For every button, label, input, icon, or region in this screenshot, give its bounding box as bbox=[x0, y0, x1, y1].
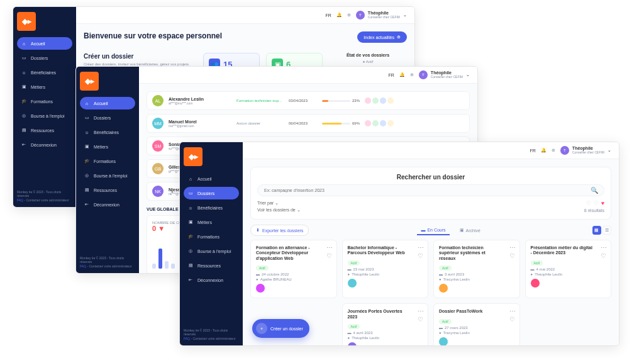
topbar: FR 🔔 ⊕ T ThéophileConseiller chez CEFIM … bbox=[139, 67, 477, 84]
sort-dropdown[interactable]: Trier par ⌄ bbox=[257, 201, 301, 206]
more-icon[interactable]: ⋯ bbox=[509, 244, 516, 251]
heart-icon[interactable]: ♡ bbox=[418, 316, 424, 323]
view-dropdown[interactable]: Voir les dossiers de ⌄ bbox=[257, 208, 301, 213]
logout-icon: ⇤ bbox=[21, 142, 27, 148]
nav-dossiers[interactable]: ▭Dossiers bbox=[80, 111, 135, 124]
bell-icon[interactable]: 🔔 bbox=[336, 13, 342, 18]
nav-ressources[interactable]: ▤Ressources bbox=[80, 184, 135, 196]
home-icon: ⌂ bbox=[21, 40, 27, 47]
person-cell: Manuel Morelma***@gmail.com bbox=[169, 120, 231, 128]
user-icon: ● bbox=[439, 277, 441, 281]
list-view-button[interactable]: ☰ bbox=[602, 226, 611, 235]
create-folder-title: Créer un dossier bbox=[84, 53, 197, 60]
globe-icon[interactable]: ⊕ bbox=[347, 13, 351, 18]
more-icon[interactable]: ⋯ bbox=[418, 244, 424, 251]
nav-metiers[interactable]: ▣Métiers bbox=[80, 140, 135, 153]
nav-beneficiaires[interactable]: ☺Bénéficiaires bbox=[80, 126, 135, 138]
avatar: MM bbox=[152, 118, 164, 129]
nav-accueil[interactable]: ⌂Accueil bbox=[17, 37, 72, 50]
dossier-cell: Formation technicien sup... bbox=[236, 99, 284, 103]
calendar-icon: ▬ bbox=[348, 331, 352, 335]
nav-beneficiaires[interactable]: ☺Bénéficiaires bbox=[184, 201, 239, 214]
table-row[interactable]: AL Alexandre Leslinal***@mo***.com Forma… bbox=[147, 91, 470, 110]
heart-icon[interactable]: ♡ bbox=[418, 252, 424, 259]
nav-bourse[interactable]: ◎Bourse à l'emploi bbox=[17, 109, 72, 122]
nav-formations[interactable]: 🎓Formations bbox=[17, 95, 72, 108]
folder-card[interactable]: ⋯♡ Journées Portes Ouvertes 2023 Actif ▬… bbox=[342, 303, 429, 345]
user-menu[interactable]: T ThéophileConseiller chez CEFIM ⌄ bbox=[356, 11, 407, 20]
grid-view-button[interactable]: ▦ bbox=[592, 226, 601, 235]
nav-deconnexion[interactable]: ⇤Déconnexion bbox=[80, 198, 135, 211]
folder-card[interactable]: ⋯♡ Formation en alternance - Concepteur … bbox=[250, 240, 337, 298]
nav-metiers[interactable]: ▣Métiers bbox=[17, 81, 72, 93]
lang-code[interactable]: FR bbox=[326, 13, 331, 18]
folder-card[interactable]: ⋯♡ Formation technicien supérieur systèm… bbox=[433, 240, 520, 298]
users-icon: ☺ bbox=[21, 69, 27, 76]
heart-icon[interactable]: ♡ bbox=[601, 252, 607, 259]
search-icon[interactable]: 🔍 bbox=[591, 187, 598, 194]
download-icon: ⬇ bbox=[256, 228, 260, 233]
nav-metiers[interactable]: ▣Métiers bbox=[184, 216, 239, 228]
plus-icon: ⊕ bbox=[397, 35, 401, 40]
date-cell: 03/04/2023 bbox=[289, 99, 317, 103]
folder-title: Formation technicien supérieur systèmes … bbox=[439, 245, 514, 261]
globe-icon[interactable]: ⊕ bbox=[552, 148, 555, 153]
topbar: FR 🔔 ⊕ T ThéophileConseiller chez CEFIM … bbox=[243, 142, 619, 159]
folder-owner: ●Théophile Leulin bbox=[348, 336, 423, 340]
status-badge: Actif bbox=[348, 260, 360, 266]
plus-icon: + bbox=[256, 323, 267, 334]
nav-bourse[interactable]: ◎Bourse à l'emploi bbox=[184, 245, 239, 257]
search-input[interactable] bbox=[257, 184, 604, 196]
folder-card[interactable]: ⋯♡ Bachelor Informatique - Parcours Déve… bbox=[342, 240, 429, 298]
folder-card[interactable]: ⋯♡ Présentation métier du digital - Déce… bbox=[525, 240, 612, 298]
folder-owner: ●Tracyrina Leslin bbox=[439, 277, 514, 281]
tab-archive[interactable]: ▣Archivé bbox=[456, 226, 484, 235]
export-button[interactable]: ⬇Exporter les dossiers bbox=[250, 225, 309, 236]
favorite-filters[interactable]: ♡♡♥ bbox=[586, 200, 604, 206]
fab-create-folder[interactable]: + Créer un dossier bbox=[252, 319, 309, 338]
job-icon: ◎ bbox=[21, 113, 27, 119]
more-icon[interactable]: ⋯ bbox=[418, 308, 424, 315]
search-panel: Rechercher un dossier 🔍 Trier par ⌄ Voir… bbox=[250, 167, 611, 220]
sidebar: ◆▸ ⌂Accueil ▭Dossiers ☺Bénéficiaires ▣Mé… bbox=[76, 67, 139, 273]
folder-owner: ●Théophile Leulin bbox=[348, 272, 423, 276]
user-menu[interactable]: T ThéophileConseiller chez CEFIM ⌄ bbox=[560, 146, 611, 155]
heart-icon[interactable]: ♡ bbox=[509, 316, 516, 323]
nav-formations[interactable]: 🎓Formations bbox=[80, 155, 135, 167]
folder-owner: ●Théophile Leulin bbox=[531, 272, 606, 276]
folder-card[interactable]: ⋯♡ Dossier PassToWork Actif ▬27 mars 202… bbox=[433, 303, 520, 345]
tabs: ▬En Cours ▣Archivé bbox=[417, 226, 484, 235]
more-icon[interactable]: ⋯ bbox=[326, 244, 333, 251]
user-menu[interactable]: T ThéophileConseiller chez CEFIM ⌄ bbox=[419, 70, 470, 79]
sidebar: ◆▸ ⌂Accueil ▭Dossiers ☺Bénéficiaires ▣Mé… bbox=[180, 142, 243, 345]
nav-formations[interactable]: 🎓Formations bbox=[184, 230, 239, 243]
archive-icon: ▣ bbox=[460, 228, 464, 233]
folder-date: ▬4 mai 2022 bbox=[531, 267, 606, 271]
nav-deconnexion[interactable]: ⇤Déconnexion bbox=[184, 274, 239, 286]
bell-icon[interactable]: 🔔 bbox=[541, 148, 547, 153]
bell-icon[interactable]: 🔔 bbox=[399, 72, 405, 77]
more-icon[interactable]: ⋯ bbox=[509, 308, 516, 315]
nav-beneficiaires[interactable]: ☺Bénéficiaires bbox=[17, 66, 72, 79]
nav-ressources[interactable]: ▤Ressources bbox=[17, 124, 72, 137]
user-icon: ● bbox=[348, 336, 350, 340]
nav-accueil[interactable]: ⌂Accueil bbox=[80, 97, 135, 109]
actualites-button[interactable]: Index actualités⊕ bbox=[357, 31, 407, 43]
nav-accueil[interactable]: ⌂Accueil bbox=[184, 172, 239, 185]
folder-title: Bachelor Informatique - Parcours Dévelop… bbox=[348, 245, 423, 256]
date-cell: 06/04/2023 bbox=[289, 121, 317, 125]
folder-date: ▬4 avril 2023 bbox=[348, 331, 423, 335]
nav-ressources[interactable]: ▤Ressources bbox=[184, 259, 239, 272]
briefcase-icon: ▣ bbox=[21, 84, 27, 90]
globe-icon[interactable]: ⊕ bbox=[410, 72, 414, 77]
table-row[interactable]: MM Manuel Morelma***@gmail.com Aucun dos… bbox=[147, 114, 470, 133]
tab-encours[interactable]: ▬En Cours bbox=[417, 226, 449, 235]
nav-dossiers[interactable]: ▭Dossiers bbox=[17, 52, 72, 64]
heart-icon[interactable]: ♡ bbox=[509, 252, 516, 259]
heart-icon[interactable]: ♡ bbox=[326, 252, 333, 259]
more-icon[interactable]: ⋯ bbox=[601, 244, 607, 251]
nav-bourse[interactable]: ◎Bourse à l'emploi bbox=[80, 169, 135, 182]
logo: ◆▸ bbox=[184, 147, 203, 166]
nav-deconnexion[interactable]: ⇤Déconnexion bbox=[17, 138, 72, 151]
nav-dossiers[interactable]: ▭Dossiers bbox=[184, 187, 239, 199]
